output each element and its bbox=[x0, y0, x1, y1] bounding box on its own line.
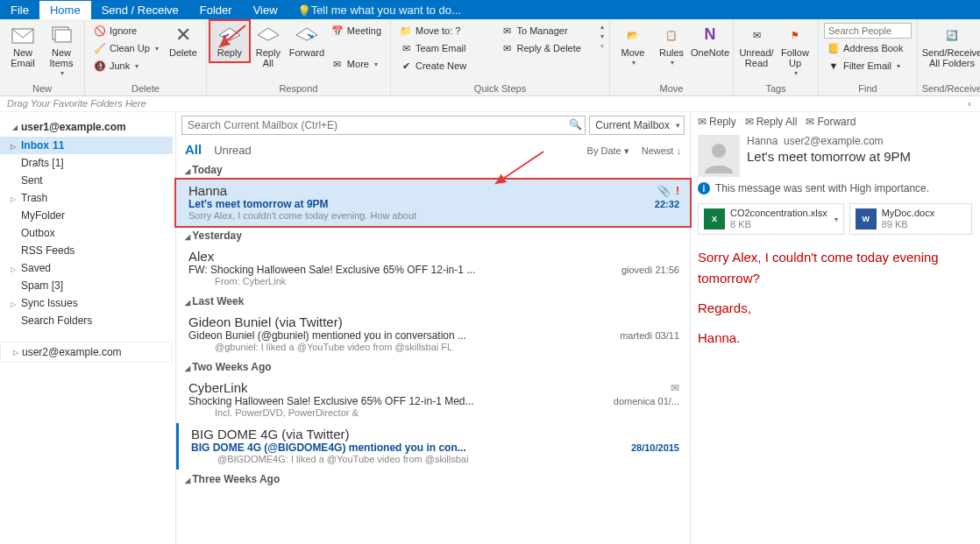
tell-me-label: Tell me what you want to do... bbox=[311, 4, 461, 17]
team-email-label: Team Email bbox=[415, 43, 465, 53]
reply-all-icon: ✉ bbox=[745, 116, 754, 128]
collapse-folder-pane[interactable]: ‹ bbox=[968, 98, 971, 109]
to-manager-button[interactable]: ✉To Manager bbox=[498, 23, 596, 39]
folder-outbox[interactable]: Outbox bbox=[0, 224, 173, 242]
attachment-1[interactable]: X CO2concentration.xlsx8 KB ▾ bbox=[698, 203, 844, 235]
search-scope-dropdown[interactable]: Current Mailbox bbox=[589, 116, 685, 135]
folder-spam[interactable]: Spam [3] bbox=[0, 277, 173, 294]
delete-button[interactable]: ✕ Delete bbox=[164, 21, 202, 61]
folder-rss[interactable]: RSS Feeds bbox=[0, 242, 173, 259]
move-to-label: Move to: ? bbox=[415, 25, 460, 36]
reply-button[interactable]: Reply bbox=[210, 21, 249, 61]
cleanup-label: Clean Up bbox=[110, 43, 150, 53]
rules-button[interactable]: 📋Rules▾ bbox=[652, 21, 691, 71]
account-1-label: user1@example.com bbox=[21, 121, 126, 133]
mail-item-4[interactable]: CyberLink✉ Shocking Halloween Sale! Excl… bbox=[176, 377, 690, 423]
rp-reply-all-button[interactable]: ✉Reply All bbox=[745, 116, 798, 128]
move-button[interactable]: 📂Move▾ bbox=[614, 21, 652, 71]
ignore-button[interactable]: 🚫Ignore bbox=[90, 23, 162, 39]
account-2-header[interactable]: user2@example.com bbox=[0, 342, 173, 363]
onenote-button[interactable]: NOneNote bbox=[691, 21, 729, 61]
group-three-weeks[interactable]: Three Weeks Ago bbox=[176, 470, 690, 489]
forward-label: Forward bbox=[289, 47, 324, 58]
ribbon-group-find: 📒Address Book ▼Filter Email▾ Find bbox=[819, 19, 918, 95]
rp-from-name: Hanna bbox=[747, 135, 778, 147]
folder-drafts[interactable]: Drafts [1] bbox=[0, 154, 173, 172]
sort-by-date[interactable]: By Date ▾ bbox=[587, 145, 629, 157]
tell-me-search[interactable]: 💡 Tell me what you want to do... bbox=[297, 4, 461, 17]
folder-saved[interactable]: Saved bbox=[0, 259, 173, 277]
rp-forward-button[interactable]: ✉Forward bbox=[806, 116, 856, 128]
tab-home[interactable]: Home bbox=[39, 1, 91, 19]
team-email-button[interactable]: ✉Team Email bbox=[396, 40, 494, 56]
account-1-header[interactable]: user1@example.com bbox=[0, 117, 173, 137]
search-people-input[interactable] bbox=[824, 23, 912, 39]
ribbon-label-new: New bbox=[4, 83, 81, 95]
folder-trash[interactable]: Trash bbox=[0, 189, 173, 207]
mail-item-1[interactable]: Hanna 📎! Let's meet tomorrow at 9PM22:32… bbox=[176, 180, 690, 226]
new-email-label: New Email bbox=[11, 47, 35, 68]
group-today[interactable]: Today bbox=[176, 160, 690, 180]
tab-file[interactable]: File bbox=[0, 1, 39, 19]
more-respond-button[interactable]: ✉More▾ bbox=[328, 56, 385, 72]
folder-myfolder[interactable]: MyFolder bbox=[0, 207, 173, 224]
attachment-2[interactable]: W MyDoc.docx89 KB bbox=[849, 203, 972, 235]
move-icon: 📂 bbox=[621, 25, 645, 46]
filter-all[interactable]: All bbox=[185, 142, 202, 157]
search-mailbox[interactable]: 🔍 bbox=[181, 116, 586, 135]
junk-button[interactable]: 🚯Junk▾ bbox=[90, 58, 162, 74]
send-receive-all-button[interactable]: 🔄Send/Receive All Folders bbox=[921, 21, 980, 72]
mail-subject: Let's meet tomorrow at 9PM bbox=[188, 198, 329, 210]
group-last-week[interactable]: Last Week bbox=[176, 292, 690, 311]
folder-sync[interactable]: Sync Issues bbox=[0, 294, 173, 312]
folder-search[interactable]: Search Folders bbox=[0, 312, 173, 329]
reply-delete-button[interactable]: ✉Reply & Delete bbox=[498, 40, 596, 56]
follow-up-button[interactable]: ⚑Follow Up▾ bbox=[776, 21, 814, 81]
mail-item-5[interactable]: BIG DOME 4G (via Twitter) BIG DOME 4G (@… bbox=[176, 423, 690, 470]
filter-unread[interactable]: Unread bbox=[214, 144, 252, 157]
quicksteps-up[interactable]: ▴ bbox=[600, 23, 604, 31]
quicksteps-expand[interactable]: ▿ bbox=[600, 42, 604, 50]
mail-preview: Sorry Alex, I couldn't come today evenin… bbox=[188, 210, 679, 221]
address-book-button[interactable]: 📒Address Book bbox=[824, 40, 912, 56]
filter-email-button[interactable]: ▼Filter Email▾ bbox=[824, 58, 912, 74]
mail-item-3[interactable]: Gideon Buniel (via Twitter) Gideon Bunie… bbox=[176, 311, 690, 357]
tab-folder[interactable]: Folder bbox=[189, 1, 243, 19]
team-email-icon: ✉ bbox=[400, 42, 412, 54]
search-icon[interactable]: 🔍 bbox=[569, 118, 582, 131]
folder-inbox[interactable]: Inbox11 bbox=[0, 137, 173, 154]
meeting-button[interactable]: 📅Meeting bbox=[328, 23, 385, 39]
mail-item-2[interactable]: Alex FW: Shocking Halloween Sale! Exclus… bbox=[176, 245, 690, 292]
attachment-menu[interactable]: ▾ bbox=[834, 215, 838, 223]
address-book-icon: 📒 bbox=[827, 42, 840, 54]
search-input[interactable] bbox=[181, 116, 586, 135]
sort-newest[interactable]: Newest ↓ bbox=[642, 145, 681, 156]
rp-from-email: user2@example.com bbox=[784, 135, 884, 147]
mail-subject: FW: Shocking Halloween Sale! Exclusive 6… bbox=[188, 264, 475, 276]
cleanup-button[interactable]: 🧹Clean Up▾ bbox=[90, 40, 162, 56]
reply-all-icon bbox=[256, 25, 281, 46]
quicksteps-down[interactable]: ▾ bbox=[600, 32, 604, 40]
delete-label: Delete bbox=[169, 47, 197, 58]
rules-label: Rules bbox=[659, 47, 684, 58]
rules-icon: 📋 bbox=[659, 25, 684, 46]
create-new-button[interactable]: ✔Create New bbox=[396, 58, 494, 74]
ribbon-group-new: New Email New Items▾ New bbox=[0, 19, 85, 95]
body-line-4: Hanna. bbox=[698, 328, 973, 349]
group-two-weeks[interactable]: Two Weeks Ago bbox=[176, 357, 690, 377]
move-to-button[interactable]: 📁Move to: ? bbox=[396, 23, 494, 39]
tab-view[interactable]: View bbox=[243, 1, 288, 19]
unread-read-button[interactable]: ✉Unread/ Read bbox=[737, 21, 776, 72]
group-yesterday[interactable]: Yesterday bbox=[176, 226, 690, 245]
new-items-button[interactable]: New Items▾ bbox=[42, 21, 81, 81]
new-email-button[interactable]: New Email bbox=[4, 21, 42, 72]
forward-icon bbox=[295, 25, 319, 46]
folder-sent[interactable]: Sent bbox=[0, 172, 173, 189]
rp-reply-button[interactable]: ✉Reply bbox=[698, 116, 736, 128]
ribbon-label-sendreceive: Send/Receive bbox=[921, 83, 980, 95]
attachment-size: 89 KB bbox=[882, 219, 935, 230]
forward-button[interactable]: Forward bbox=[288, 21, 326, 61]
reply-all-button[interactable]: Reply All bbox=[249, 21, 288, 72]
cleanup-icon: 🧹 bbox=[94, 42, 106, 54]
tab-send-receive[interactable]: Send / Receive bbox=[91, 1, 189, 19]
